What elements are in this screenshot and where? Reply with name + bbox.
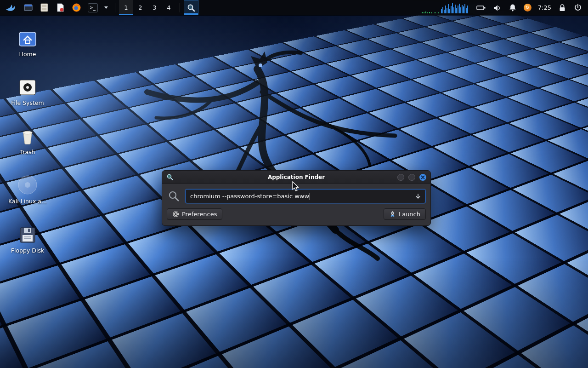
desktop-icon-label: Trash [20, 149, 35, 155]
firefox-launcher[interactable] [68, 0, 85, 15]
workspace-button-2[interactable]: 2 [133, 0, 147, 15]
trash-icon [18, 125, 37, 146]
power-icon[interactable] [573, 3, 582, 12]
window-title: Application Finder [162, 174, 430, 180]
desktop-icon-label: Floppy Disk [11, 247, 44, 254]
search-icon [168, 190, 180, 202]
launch-label: Launch [399, 211, 420, 218]
application-finder-window: Application Finder chromium --password-s… [162, 170, 431, 226]
workspace-button-3[interactable]: 3 [147, 0, 162, 15]
battery-icon[interactable] [476, 3, 486, 12]
clock[interactable]: 7:25 [538, 4, 551, 11]
kali-logo-icon [5, 2, 17, 14]
preferences-label: Preferences [182, 211, 217, 218]
firefox-icon [72, 3, 81, 12]
window-icon [23, 3, 33, 12]
panel-separator [180, 3, 180, 12]
desktop-icon-file-system[interactable]: File System [6, 75, 50, 106]
titlebar[interactable]: Application Finder [162, 171, 430, 184]
maximize-button[interactable] [408, 174, 415, 181]
text-caret [310, 193, 310, 200]
kali-cd-icon [17, 174, 38, 195]
desktop: >_ 1 2 3 4 [0, 0, 588, 368]
notifications-bell-icon[interactable] [508, 3, 517, 12]
terminal-prompt-glyph: >_ [90, 5, 96, 10]
desktop-icon-trash[interactable]: Trash [6, 125, 50, 155]
terminal-launcher[interactable]: >_ [85, 0, 101, 15]
home-icon [18, 27, 37, 48]
panel-left-group: >_ 1 2 3 4 [0, 0, 198, 15]
file-system-icon [18, 75, 37, 97]
workspace-button-4[interactable]: 4 [162, 0, 176, 15]
command-text: chromium --password-store=basic www [190, 193, 309, 200]
file-manager-launcher[interactable] [36, 0, 52, 15]
history-dropdown-button[interactable] [414, 192, 422, 201]
desktop-icon-floppy-disk[interactable]: Floppy Disk [6, 223, 50, 254]
arrow-down-icon [415, 193, 421, 200]
floppy-disk-icon [18, 223, 37, 244]
desktop-icon-kali-linux[interactable]: Kali Linux a... [6, 174, 50, 205]
volume-icon[interactable] [492, 3, 502, 12]
app-finder-window-icon [166, 173, 174, 181]
launch-icon [389, 211, 396, 218]
lock-screen-icon[interactable] [558, 3, 567, 12]
launcher-dropdown-button[interactable] [101, 0, 111, 15]
panel-separator [115, 3, 115, 12]
file-cabinet-icon [40, 3, 49, 12]
close-icon [421, 175, 425, 179]
window-controls [397, 174, 426, 181]
panel-tray: ↻ 7:25 [421, 0, 588, 15]
chevron-down-icon [104, 6, 108, 9]
top-panel: >_ 1 2 3 4 [0, 0, 588, 15]
magnifier-icon [187, 3, 196, 12]
terminal-icon: >_ [88, 3, 98, 12]
search-row: chromium --password-store=basic www [162, 184, 430, 207]
document-icon [56, 3, 65, 12]
close-button[interactable] [419, 174, 426, 181]
preferences-button[interactable]: Preferences [167, 208, 222, 220]
minimize-button[interactable] [397, 174, 404, 181]
workspace-button-1[interactable]: 1 [119, 0, 133, 15]
text-editor-launcher[interactable] [52, 0, 68, 15]
desktop-icon-label: Kali Linux a... [8, 198, 47, 205]
gear-icon [172, 211, 179, 218]
applications-menu-button[interactable] [2, 0, 20, 15]
desktop-icon-home[interactable]: Home [6, 27, 50, 58]
app-finder-launcher[interactable] [184, 0, 198, 15]
desktop-icon-label: File System [11, 99, 44, 106]
workspace-switcher: 1 2 3 4 [119, 0, 176, 15]
launch-button[interactable]: Launch [384, 208, 426, 220]
dialog-buttons: Preferences Launch [162, 207, 430, 225]
system-load-graph[interactable] [421, 2, 469, 14]
command-input[interactable]: chromium --password-store=basic www [185, 189, 426, 203]
status-update-icon[interactable]: ↻ [524, 4, 531, 12]
window-launcher[interactable] [20, 0, 36, 15]
desktop-icon-label: Home [19, 51, 36, 58]
